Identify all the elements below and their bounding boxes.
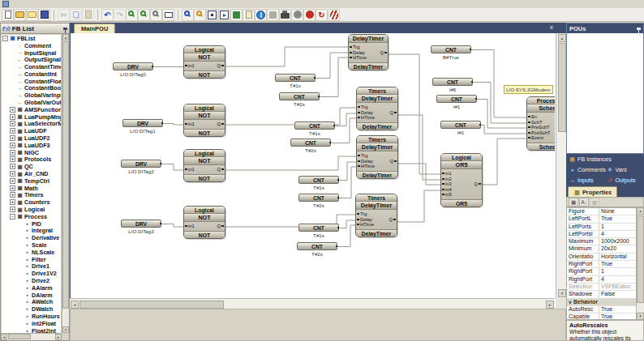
property-pages-icon[interactable]: ▥ bbox=[590, 198, 599, 207]
comment-red-button[interactable] bbox=[328, 9, 340, 21]
scroll-up-arrow[interactable] bbox=[637, 207, 644, 215]
property-value[interactable]: True bbox=[599, 306, 612, 313]
scroll-down-arrow[interactable] bbox=[637, 313, 644, 320]
src-block-drv1[interactable]: DRVLIO:DITag1 bbox=[122, 119, 163, 134]
canvas-tag-sys-tag[interactable]: LIO:SYS.3GModem bbox=[504, 85, 553, 94]
fb-block-not3[interactable]: LogicalNOTin1QNOT bbox=[183, 149, 225, 182]
tree-item-aalarm[interactable]: ▪AAlarm bbox=[2, 284, 61, 292]
property-value[interactable]: 4 bbox=[599, 276, 604, 283]
src-block-cnt-a2[interactable]: CNTT#2s bbox=[279, 92, 320, 107]
scroll-thumb[interactable] bbox=[62, 41, 69, 309]
pin-icon[interactable] bbox=[637, 28, 641, 30]
src-block-cnt-d2[interactable]: CNTT#2s bbox=[297, 242, 337, 257]
property-grid-vscrollbar[interactable] bbox=[636, 207, 644, 320]
tree-expander[interactable]: + bbox=[10, 178, 15, 184]
src-block-drv3[interactable]: DRVLIO:DITag3 bbox=[121, 220, 161, 234]
web-button[interactable] bbox=[255, 9, 267, 21]
property-value[interactable]: VSFBEditor. bbox=[599, 283, 632, 290]
scroll-down-arrow[interactable] bbox=[62, 326, 69, 333]
pin-icon[interactable] bbox=[63, 28, 67, 30]
tool-gray-button[interactable] bbox=[267, 9, 279, 21]
tree-item-math[interactable]: +▣Math bbox=[2, 185, 61, 192]
property-row[interactable]: LeftPortLTrue bbox=[567, 215, 643, 223]
property-row[interactable]: FigureNone bbox=[567, 208, 643, 215]
fbd-canvas[interactable]: DRVLIO:DITag0DRVLIO:DITag1DRVLIO:DITag2D… bbox=[70, 33, 555, 298]
tree-item-fblist[interactable]: -▣FBList bbox=[2, 35, 61, 42]
toolbox-item-vars[interactable]: ❖Vars bbox=[607, 166, 644, 173]
tree-item-int2float[interactable]: ▪int2Float bbox=[2, 320, 61, 327]
scroll-right-arrow[interactable] bbox=[546, 301, 554, 309]
property-row[interactable]: RightPort4 bbox=[567, 276, 643, 283]
tree-item-dwatch[interactable]: ▪DWatch bbox=[2, 305, 61, 313]
tree-item-integral[interactable]: ▪Integral bbox=[2, 228, 61, 235]
scroll-left-arrow[interactable] bbox=[71, 301, 79, 309]
tree-item-luaudf2[interactable]: +▣LuaUDF2 bbox=[2, 134, 61, 142]
tree-item-amsfunction[interactable]: +▣AMSFunction bbox=[2, 106, 61, 113]
tree-item-qc[interactable]: +▣QC bbox=[2, 163, 61, 170]
paste-button[interactable] bbox=[82, 9, 94, 21]
toolbox-item-fb-instances[interactable]: ▦FB Instances bbox=[569, 156, 644, 163]
view-box-button[interactable] bbox=[206, 9, 218, 21]
tree-expander[interactable]: + bbox=[10, 192, 15, 198]
tree-item-protocols[interactable]: +▣Protocols bbox=[2, 156, 61, 164]
tree-item-drive2[interactable]: ▪Drive2 bbox=[2, 277, 61, 284]
close-icon[interactable]: x bbox=[550, 23, 553, 33]
sort-alphabetical-icon[interactable]: A↓ bbox=[579, 198, 589, 207]
zoom-out-button[interactable] bbox=[138, 9, 150, 21]
tree-item-luapumpmng[interactable]: +▣LuaPumpMng bbox=[2, 113, 61, 121]
property-value[interactable]: 1 bbox=[599, 224, 604, 230]
tree-expander[interactable]: + bbox=[10, 128, 15, 134]
tree-item-outputsignal[interactable]: ←OutputSignal bbox=[2, 56, 61, 63]
tree-expander[interactable]: + bbox=[10, 150, 15, 156]
property-row[interactable]: LeftPortsl4 bbox=[567, 231, 643, 238]
tree-item-nlscale[interactable]: ▪NLScale bbox=[2, 249, 61, 256]
scroll-left-arrow[interactable] bbox=[1, 334, 7, 340]
property-row[interactable]: RightPortTrue bbox=[567, 261, 643, 268]
src-block-cnt-e2[interactable]: CNTI#5 bbox=[432, 78, 473, 92]
tree-item-comment[interactable]: ◦Comment bbox=[2, 42, 61, 49]
scroll-up-arrow[interactable] bbox=[558, 34, 566, 42]
property-value[interactable]: 1000x2000 bbox=[599, 238, 629, 245]
tree-item-tempctrl[interactable]: +▣TempCtrl bbox=[2, 177, 61, 185]
tree-item-drive1[interactable]: ▪Drive1 bbox=[2, 263, 61, 271]
property-value[interactable]: False bbox=[599, 291, 615, 297]
fb-block-sched[interactable]: ProcessSchedEnSchTPreSchTPosSchTEventSch… bbox=[526, 96, 555, 151]
tree-expander[interactable]: + bbox=[10, 199, 15, 205]
zoom-in-button[interactable] bbox=[126, 9, 138, 21]
tree-item-dalarm[interactable]: ▪DAlarm bbox=[2, 292, 61, 299]
src-block-cnt-e4[interactable]: CNTI#1 bbox=[440, 121, 481, 135]
tree-item-counters[interactable]: +▣Counters bbox=[2, 198, 61, 206]
scroll-down-arrow[interactable] bbox=[558, 289, 566, 297]
tree-item-constantfloat[interactable]: →ConstantFloat bbox=[2, 78, 61, 85]
new-button[interactable] bbox=[2, 9, 14, 21]
property-row[interactable]: LeftPorts1 bbox=[567, 224, 643, 231]
zoom-region-button[interactable] bbox=[182, 9, 194, 21]
tree-item-luaudf3[interactable]: +▣LuaUDF3 bbox=[2, 142, 61, 149]
property-row[interactable]: Minimum20x20 bbox=[567, 245, 643, 253]
src-block-drv2[interactable]: DRVLIO:DITag2 bbox=[121, 160, 161, 174]
select-rect-button[interactable] bbox=[162, 9, 174, 21]
tree-item-nigc[interactable]: +▣NIGC bbox=[2, 149, 61, 156]
tree-expander[interactable]: + bbox=[10, 135, 15, 141]
property-value[interactable]: 1 bbox=[599, 268, 604, 275]
tree-item-air-cnd[interactable]: +▣Air_CND bbox=[2, 170, 61, 177]
page-pale-button[interactable] bbox=[243, 9, 255, 21]
tree-item-inputsignal[interactable]: →InputSignal bbox=[2, 49, 61, 57]
tree-expander[interactable]: + bbox=[10, 121, 15, 126]
scroll-thumb[interactable] bbox=[558, 43, 566, 132]
toolbox-item-comments[interactable]: ●Comments bbox=[569, 166, 607, 173]
property-row[interactable]: AutoRescTrue bbox=[567, 306, 643, 313]
scroll-thumb[interactable] bbox=[637, 215, 644, 303]
fb-block-timer4[interactable]: TimersDelayTimerTrgDelayHTimeQDelayTimer bbox=[355, 194, 397, 237]
property-value[interactable]: True bbox=[599, 313, 612, 320]
property-row[interactable]: OrientatioHorizontal bbox=[567, 254, 643, 261]
src-block-drv0[interactable]: DRVLIO:DITag0 bbox=[113, 62, 153, 77]
tree-item-constanttime[interactable]: →ConstantTime bbox=[2, 63, 61, 70]
tree-expander[interactable]: + bbox=[10, 207, 15, 212]
categorized-icon[interactable]: ▦ bbox=[569, 198, 578, 207]
scroll-thumb[interactable] bbox=[79, 301, 224, 309]
fb-block-not2[interactable]: LogicalNOTin1QNOT bbox=[183, 104, 225, 137]
tree-item-awatch[interactable]: ▪AWatch bbox=[2, 298, 61, 305]
tree-item-float2int[interactable]: ▪Float2int bbox=[2, 327, 61, 333]
fb-tree-hscrollbar[interactable] bbox=[1, 333, 62, 340]
